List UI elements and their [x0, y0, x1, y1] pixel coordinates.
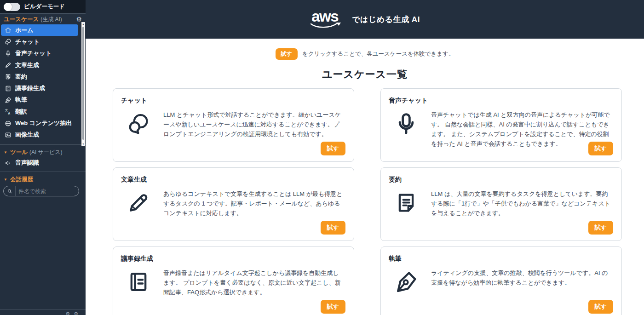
sidebar: ビルダーモード ユースケース (生成 AI) ⚙ ホーム チャット 音声チャット	[0, 0, 86, 315]
summary-doc-icon	[5, 73, 12, 80]
try-pill-button[interactable]: 試す	[276, 48, 298, 60]
image-icon	[5, 132, 12, 138]
intro-row: 試す をクリックすることで、各ユースケースを体験できます。	[86, 39, 644, 60]
try-button[interactable]: 試す	[321, 142, 345, 155]
sidebar-item-speech-recognition[interactable]: 音声認識	[1, 157, 80, 169]
card-description: 音声チャットでは生成 AI と双方向の音声によるチャットが可能です。 自然な会話…	[431, 110, 612, 149]
history-search-row	[0, 182, 86, 196]
footer-icon[interactable]: ⚙	[65, 311, 70, 315]
sidebar-scrollbar[interactable]: ▲ ▼	[81, 22, 85, 146]
divider	[0, 172, 86, 172]
sidebar-item-text-generation[interactable]: 文章生成	[1, 59, 78, 71]
card-title: 執筆	[389, 255, 612, 263]
sidebar-item-home[interactable]: ホーム	[1, 24, 78, 36]
history-section-header[interactable]: ▼ 会話履歴	[0, 173, 86, 182]
search-icon	[4, 186, 16, 196]
tools-section-header[interactable]: ▼ ツール (AI サービス)	[0, 146, 86, 155]
usecase-card-writing: 執筆 ライティングの支援、文章の推敲、校閲を行うツールです。AI の支援を得なが…	[380, 246, 622, 315]
intro-text: をクリックすることで、各ユースケースを体験できます。	[302, 50, 454, 58]
try-button[interactable]: 試す	[588, 221, 613, 235]
builder-mode-label: ビルダーモード	[24, 3, 65, 11]
sidebar-footer: ⚙ ⚙	[0, 309, 86, 315]
aws-logo-text: aws	[311, 9, 338, 24]
sidebar-item-image-generation[interactable]: 画像生成	[1, 129, 78, 141]
speaker-icon	[5, 160, 12, 166]
scrollbar-thumb[interactable]	[82, 27, 84, 140]
sidebar-item-summary[interactable]: 要約	[1, 71, 78, 82]
try-button[interactable]: 試す	[321, 300, 345, 314]
chevron-down-icon: ▼	[4, 150, 7, 155]
search-input[interactable]	[16, 188, 79, 195]
try-button[interactable]: 試す	[588, 300, 613, 314]
pen-nib-icon	[394, 270, 418, 294]
aws-logo: aws	[310, 9, 343, 30]
card-description: 音声録音またはリアルタイム文字起こしから議事録を自動生成します。 プロンプトを書…	[163, 268, 345, 297]
sidebar-item-voice-chat[interactable]: 音声チャット	[1, 48, 78, 59]
card-description: LLM は、大量の文章を要約するタスクを得意としています。要約する際に「1行で」…	[431, 189, 612, 218]
footer-icon[interactable]: ⚙	[74, 311, 78, 315]
app-header: aws ではじめる生成 AI	[86, 0, 644, 39]
chevron-down-icon: ▼	[4, 178, 7, 182]
sidebar-item-translation[interactable]: 文A 翻訳	[1, 106, 78, 117]
main-content: 試す をクリックすることで、各ユースケースを体験できます。 ユースケース一覧 チ…	[86, 39, 644, 315]
svg-text:A: A	[8, 112, 10, 115]
tools-section-subtitle: (AI サービス)	[29, 149, 63, 156]
card-description: LLM とチャット形式で対話することができます。細かいユースケースや新しいユース…	[163, 110, 345, 139]
usecase-card-minutes: 議事録生成 音声録音またはリアルタイム文字起こしから議事録を自動生成します。 プ…	[113, 246, 354, 315]
sidebar-item-web-content[interactable]: Web コンテンツ抽出	[1, 117, 78, 129]
pencil-icon	[5, 62, 12, 69]
pen-nib-icon	[5, 97, 12, 103]
card-body: 音声録音またはリアルタイム文字起こしから議事録を自動生成します。 プロンプトを書…	[121, 268, 345, 297]
usecase-card-voice-chat: 音声チャット 音声チャットでは生成 AI と双方向の音声によるチャットが可能です…	[380, 88, 622, 162]
card-body: LLM は、大量の文章を要約するタスクを得意としています。要約する際に「1行で」…	[389, 189, 612, 218]
usecase-card-chat: チャット LLM とチャット形式で対話することができます。細かいユースケースや新…	[113, 88, 354, 162]
sidebar-item-chat[interactable]: チャット	[1, 36, 78, 47]
usecase-grid: チャット LLM とチャット形式で対話することができます。細かいユースケースや新…	[113, 88, 622, 315]
try-button[interactable]: 試す	[321, 221, 345, 235]
microphone-icon	[394, 112, 418, 136]
sidebar-item-writing[interactable]: 執筆	[1, 94, 78, 106]
card-body: 音声チャットでは生成 AI と双方向の音声によるチャットが可能です。 自然な会話…	[389, 110, 612, 149]
usecase-nav: ホーム チャット 音声チャット 文章生成 要約 議事録生成	[0, 24, 86, 144]
card-title: 音声チャット	[389, 97, 612, 105]
try-button[interactable]: 試す	[588, 142, 613, 155]
aws-smile-icon	[310, 23, 343, 30]
card-body: あらゆるコンテキストで文章を生成することは LLM が最も得意とするタスクの 1…	[121, 189, 345, 218]
home-icon	[5, 27, 12, 34]
usecase-section-title: ユースケース	[4, 16, 39, 23]
globe-icon	[5, 120, 12, 127]
chat-bubbles-icon	[126, 112, 150, 136]
card-title: 要約	[389, 176, 612, 184]
card-title: 文章生成	[121, 176, 345, 184]
divider	[0, 144, 86, 145]
card-description: あらゆるコンテキストで文章を生成することは LLM が最も得意とするタスクの 1…	[163, 189, 345, 218]
card-description: ライティングの支援、文章の推敲、校閲を行うツールです。AI の支援を得ながら効率…	[431, 268, 612, 287]
svg-text:文: 文	[5, 109, 8, 112]
page-title: ユースケース一覧	[86, 68, 644, 81]
microphone-icon	[5, 50, 12, 57]
pencil-icon	[126, 191, 150, 215]
scroll-down-arrow[interactable]: ▼	[82, 143, 85, 146]
search-box	[3, 186, 79, 196]
card-body: LLM とチャット形式で対話することができます。細かいユースケースや新しいユース…	[121, 110, 345, 139]
builder-mode-row: ビルダーモード	[0, 0, 86, 14]
gear-icon[interactable]: ⚙	[76, 16, 82, 23]
scroll-up-arrow[interactable]: ▲	[82, 23, 85, 26]
builder-mode-toggle[interactable]	[4, 3, 20, 11]
usecase-section-subtitle: (生成 AI)	[40, 16, 62, 23]
usecase-section-header: ユースケース (生成 AI) ⚙	[0, 15, 86, 24]
app-root: ビルダーモード ユースケース (生成 AI) ⚙ ホーム チャット 音声チャット	[0, 0, 644, 315]
tools-nav: 音声認識	[0, 157, 86, 169]
tools-section-title: ツール	[10, 149, 28, 156]
card-body: ライティングの支援、文章の推敲、校閲を行うツールです。AI の支援を得ながら効率…	[389, 268, 612, 294]
translate-icon: 文A	[5, 108, 12, 115]
card-title: チャット	[121, 97, 345, 105]
history-section-title: 会話履歴	[10, 176, 33, 183]
summary-doc-icon	[394, 191, 418, 215]
header-title: ではじめる生成 AI	[352, 14, 420, 25]
notebook-icon	[5, 85, 12, 92]
usecase-card-summary: 要約 LLM は、大量の文章を要約するタスクを得意としています。要約する際に「1…	[380, 167, 622, 241]
toggle-knob	[4, 3, 12, 11]
notebook-icon	[126, 270, 150, 294]
sidebar-item-minutes[interactable]: 議事録生成	[1, 82, 78, 94]
